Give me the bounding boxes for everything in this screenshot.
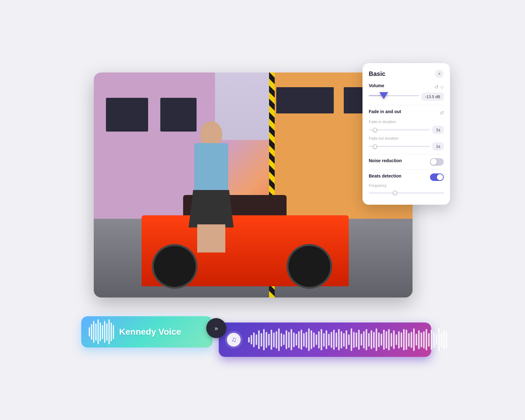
divider-3 [369,169,444,170]
voice-card[interactable]: Kennedy Voice [81,316,212,348]
wave-bar [248,337,250,342]
volume-header: Volume ↺ ◇ [369,83,444,91]
wave-bar [263,329,265,350]
close-button[interactable]: × [435,69,444,78]
wave-bar [443,330,445,349]
noise-reduction-section: Noise reduction [369,158,444,166]
voice-waveform-icon [89,319,114,344]
wave-bar [366,329,367,350]
wave-bar [416,334,417,346]
wave-bar [343,333,345,347]
wave-bar [348,334,350,345]
fade-in-label: Fade-in duration [369,120,444,124]
wave-bar [361,334,362,346]
wave-bar [308,328,310,351]
wave-bar [298,331,300,348]
divider-1 [369,105,444,105]
scene-container: Basic × Volume ↺ ◇ -13.5 dB [75,54,450,366]
wave-bar [413,328,415,351]
divider-2 [369,154,444,154]
noise-reduction-toggle[interactable] [430,158,444,166]
wave-bar [423,331,425,348]
voice-bar [98,319,99,344]
wave-bar [381,334,382,346]
fade-reset-button[interactable]: ↺ [440,110,444,116]
noise-reduction-label: Noise reduction [369,158,402,163]
wave-bar [291,329,292,350]
beats-detection-label: Beats detection [369,173,401,178]
wave-bar [378,332,380,347]
wave-bar [293,332,295,347]
volume-controls: -13.5 dB [369,92,444,101]
fade-in-row: 1s [369,126,444,134]
wave-bar [336,332,337,347]
wave-bar [373,332,375,348]
wave-bar [408,333,410,347]
wave-bar [418,330,420,349]
fade-out-slider[interactable] [369,143,430,150]
basic-panel: Basic × Volume ↺ ◇ -13.5 dB [362,63,450,205]
wave-bar [318,331,320,348]
beats-detection-toggle[interactable] [430,173,444,181]
wave-bar [256,334,257,345]
fade-label: Fade in and out [369,109,401,114]
wave-bar [421,332,422,347]
fade-out-row: 1s [369,142,444,150]
wave-bar [391,333,392,347]
wave-bar [288,332,290,348]
voice-bar [95,323,97,341]
wave-bar [333,330,335,350]
wave-bar [433,332,435,348]
wave-bar [393,330,395,349]
wave-bar [271,330,272,350]
person-figure [183,121,239,252]
voice-bar [113,325,114,339]
volume-keyframe-button[interactable]: ◇ [440,84,444,89]
wave-bar [356,332,357,347]
wave-bar [326,330,327,349]
fade-out-label: Fade-out duration [369,136,444,141]
music-player-card[interactable]: ♫ [219,322,431,357]
wave-bar [376,328,377,351]
wave-bar [428,333,430,347]
wave-bar [301,330,302,350]
wave-bar [396,334,397,345]
voice-bar [100,322,101,341]
voice-bar [104,321,105,343]
frequency-slider[interactable] [369,190,444,196]
arrow-icon: » [214,325,218,332]
fade-in-slider[interactable] [369,127,430,133]
wave-bar [401,332,402,347]
wave-bar [283,334,285,345]
wave-bar [388,329,390,350]
music-note-icon: ♫ [227,333,241,347]
volume-slider[interactable] [369,92,419,99]
wave-bar [386,331,387,348]
music-symbol: ♫ [231,336,237,344]
fade-out-value: 1s [432,142,444,150]
wave-bar [431,330,432,350]
forward-arrow-button[interactable]: » [206,318,226,338]
frequency-slider-row [369,190,444,196]
panel-title: Basic [369,70,385,78]
wave-bar [363,331,365,348]
wave-bar [281,333,282,347]
wave-bar [441,332,442,347]
wave-bar [426,329,427,350]
wave-bar [258,330,260,349]
wave-bar [411,332,412,348]
voice-bar [106,323,108,341]
wave-bar [351,328,352,351]
wave-bar [398,331,400,348]
wave-bar [338,329,340,350]
voice-bar [111,322,112,341]
music-icon-container: ♫ [225,331,242,348]
red-car [142,185,349,286]
volume-label: Volume [369,83,384,88]
fade-section: Fade in and out ↺ Fade-in duration 1s Fa… [369,109,444,150]
wave-bar [303,333,305,347]
volume-reset-button[interactable]: ↺ [434,84,438,90]
wave-bar [273,332,275,347]
wave-bar [266,332,267,348]
wave-bar [383,330,385,350]
